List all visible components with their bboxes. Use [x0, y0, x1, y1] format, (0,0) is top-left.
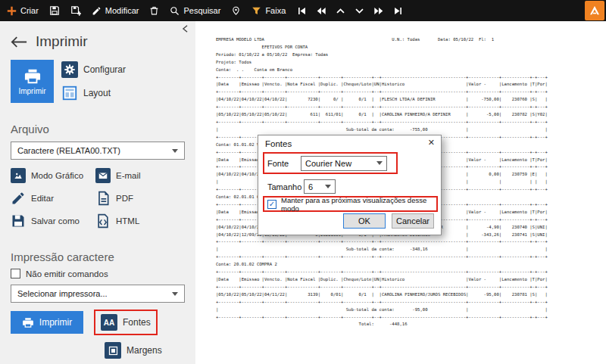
imprimir-button-label: Imprimir — [39, 317, 72, 328]
localizar-button[interactable] — [226, 0, 246, 21]
margens-button[interactable]: Margens — [101, 340, 195, 361]
collapse-sidebar-icon[interactable] — [181, 24, 189, 33]
impressao-heading: Impressão caractere — [11, 250, 195, 263]
salvar-como-label: Salvar como — [31, 216, 80, 226]
imprimir-tile-label: Imprimir — [18, 87, 45, 95]
dialog-title: Fontes — [265, 139, 292, 148]
margens-row: Margens — [101, 340, 195, 361]
fonte-select-value: Courier New — [305, 159, 351, 168]
printer-select[interactable]: Selecionar impressora... — [11, 285, 185, 303]
search-icon — [170, 6, 180, 16]
pdf-button[interactable]: PDF — [95, 188, 180, 208]
fontes-highlight-annotation: AA Fontes — [94, 310, 158, 335]
pdf-label: PDF — [116, 194, 133, 203]
nav-rewind-icon[interactable] — [311, 0, 331, 21]
back-arrow-icon[interactable] — [11, 36, 27, 48]
image-icon — [11, 168, 26, 183]
nao-emitir-checkbox[interactable] — [11, 269, 20, 278]
modificar-label: Modificar — [105, 6, 139, 15]
fonte-select[interactable]: Courier New — [301, 156, 387, 171]
chevron-down-icon — [172, 149, 178, 153]
nav-last-icon[interactable] — [389, 0, 408, 21]
faixa-button[interactable]: Faixa — [246, 0, 291, 21]
font-aa-icon: AA — [101, 314, 117, 331]
html-label: HTML — [116, 216, 139, 226]
pesquisar-label: Pesquisar — [183, 6, 220, 15]
editar-button[interactable]: Editar — [11, 188, 95, 208]
printer-select-value: Selecionar impressora... — [17, 289, 108, 298]
trash-icon — [149, 5, 159, 16]
nav-up-icon[interactable] — [331, 0, 350, 21]
keep-checkbox[interactable]: ✓ — [267, 200, 276, 209]
page-title-row: Imprimir — [11, 33, 195, 50]
salvar-novo-button[interactable] — [65, 0, 86, 21]
chevron-down-icon — [376, 161, 383, 165]
pesquisar-button[interactable]: Pesquisar — [164, 0, 226, 21]
app-logo — [585, 1, 604, 20]
keep-checkbox-label: Manter para as próximas visualizações de… — [281, 196, 433, 213]
email-label: E-mail — [116, 171, 141, 180]
salvar-button[interactable] — [44, 0, 65, 21]
imprimir-tile-button[interactable]: Imprimir — [11, 60, 54, 103]
pencil-icon — [92, 6, 102, 16]
layout-icon — [61, 85, 78, 101]
excluir-button[interactable] — [144, 0, 164, 21]
margens-button-label: Margens — [127, 345, 162, 356]
nao-emitir-label: Não emitir comandos — [26, 269, 108, 278]
modo-grafico-label: Modo Gráfico — [31, 171, 83, 180]
record-navigation — [292, 0, 408, 21]
fonte-highlight-annotation: Fonte Courier New — [263, 152, 398, 174]
faixa-label: Faixa — [265, 6, 286, 15]
nao-emitir-row[interactable]: Não emitir comandos — [11, 269, 195, 278]
criar-button[interactable]: Criar — [2, 0, 44, 21]
tamanho-select-value: 6 — [308, 182, 313, 191]
print-actions-row: Imprimir AA Fontes — [11, 310, 195, 335]
print-tiles: Imprimir Configurar Layout — [11, 60, 195, 103]
chevron-down-icon — [172, 292, 178, 296]
save-icon — [49, 5, 60, 16]
modo-grafico-button[interactable]: Modo Gráfico — [11, 166, 95, 185]
ok-button[interactable]: OK — [343, 213, 386, 229]
layout-button[interactable]: Layout — [61, 85, 126, 101]
html-button[interactable]: HTML — [95, 211, 180, 231]
sidebar: Imprimir Imprimir Configurar Layout Arqu… — [0, 21, 195, 364]
close-icon[interactable]: ✕ — [428, 138, 435, 148]
top-toolbar: Criar Modificar Pesquisar Faixa — [0, 0, 606, 21]
margins-icon — [105, 342, 121, 359]
cancelar-button[interactable]: Cancelar — [392, 213, 434, 229]
nav-down-icon[interactable] — [350, 0, 369, 21]
criar-label: Criar — [20, 6, 39, 15]
salvar-como-button[interactable]: Salvar como — [11, 211, 95, 231]
dialog-buttons: OK Cancelar — [343, 213, 434, 229]
email-icon — [95, 168, 111, 183]
arquivo-heading: Arquivo — [11, 123, 195, 135]
pdf-icon — [95, 191, 111, 206]
printer-icon — [22, 317, 34, 328]
filter-funnel-icon — [251, 6, 261, 16]
tamanho-row: Tamanho 6 — [267, 179, 336, 194]
modificar-button[interactable]: Modificar — [86, 0, 145, 21]
fonte-label: Fonte — [267, 159, 301, 168]
editar-label: Editar — [31, 194, 54, 203]
file-format-select[interactable]: Caractere (RELATA00.TXT) — [11, 142, 185, 160]
configurar-button[interactable]: Configurar — [61, 61, 126, 78]
nav-forward-icon[interactable] — [369, 0, 389, 21]
email-button[interactable]: E-mail — [95, 166, 180, 185]
fontes-button-label: Fontes — [123, 317, 151, 328]
fontes-button[interactable]: AA Fontes — [97, 312, 155, 333]
chevron-down-icon — [325, 185, 331, 188]
nav-first-icon[interactable] — [292, 0, 311, 21]
map-pin-icon — [231, 5, 241, 16]
page-title: Imprimir — [36, 33, 88, 50]
save-as-icon — [11, 213, 26, 229]
file-actions-grid: Modo Gráfico E-mail Editar PDF Salvar co… — [11, 166, 195, 231]
tamanho-select[interactable]: 6 — [304, 179, 336, 194]
layout-label: Layout — [83, 88, 111, 98]
printer-icon — [23, 68, 42, 85]
keep-highlight-annotation: ✓ Manter para as próximas visualizações … — [263, 196, 438, 212]
html-icon — [95, 213, 111, 229]
edit-pencil-icon — [11, 191, 26, 206]
imprimir-button[interactable]: Imprimir — [11, 311, 83, 334]
plus-icon — [7, 6, 17, 16]
fontes-dialog: Fontes ✕ Fonte Courier New Tamanho 6 ✓ M… — [258, 135, 442, 235]
